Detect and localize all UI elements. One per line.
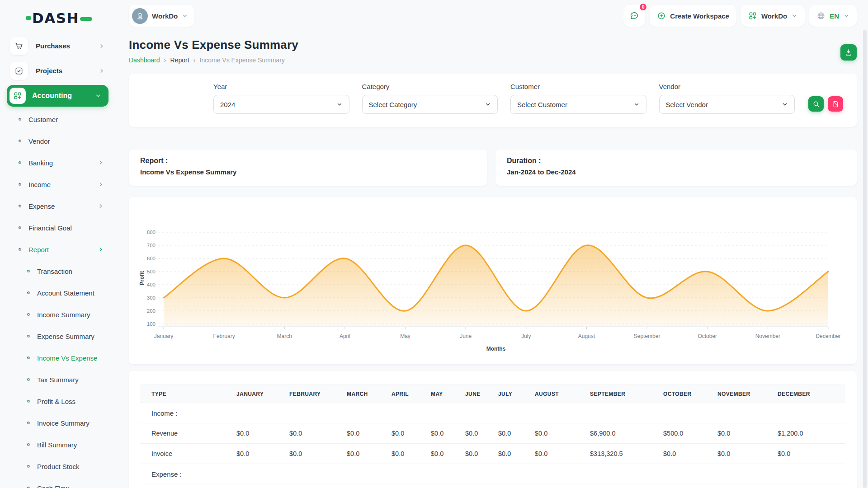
workspace-switcher[interactable]: WorkDo bbox=[129, 5, 194, 27]
chevron-right-icon bbox=[98, 160, 104, 166]
row-value: $6,900.0 bbox=[590, 423, 663, 444]
bullet-ring-icon bbox=[19, 118, 21, 121]
page-title: Income Vs Expense Summary bbox=[129, 38, 298, 52]
sidebar-item-product-stock[interactable]: Product Stock bbox=[0, 455, 118, 477]
language-selector[interactable]: EN bbox=[809, 5, 857, 27]
download-report-button[interactable] bbox=[840, 44, 857, 61]
row-value: $0.0 bbox=[465, 423, 498, 444]
reset-filter-button[interactable] bbox=[828, 96, 843, 112]
table-header-june: JUNE bbox=[465, 385, 498, 403]
search-icon bbox=[812, 100, 820, 108]
category-select[interactable]: Select Category bbox=[362, 95, 498, 114]
topbar: WorkDo 0 Create Workspace WorkDo EN bbox=[129, 0, 857, 28]
sidebar-item-accounting[interactable]: Accounting bbox=[7, 85, 108, 107]
svg-text:July: July bbox=[521, 333, 531, 339]
logo-bar bbox=[80, 17, 92, 21]
svg-text:September: September bbox=[634, 333, 660, 339]
table-header-december: DECEMBER bbox=[778, 385, 845, 403]
breadcrumb: Dashboard › Report › Income Vs Expense S… bbox=[129, 56, 298, 64]
sidebar-item-customer[interactable]: Customer bbox=[0, 108, 118, 130]
sidebar-item-invoice-summary[interactable]: Invoice Summary bbox=[0, 412, 118, 434]
sidebar-item-report[interactable]: Report bbox=[0, 239, 118, 260]
circle-plus-icon bbox=[657, 11, 666, 20]
bullet-ring-icon bbox=[19, 183, 21, 186]
table-section-label: Income : bbox=[140, 403, 236, 423]
year-select[interactable]: 2024 bbox=[213, 95, 349, 114]
category-label: Category bbox=[362, 83, 498, 90]
chevron-down-icon bbox=[95, 93, 101, 99]
bullet-ring-icon bbox=[27, 465, 30, 468]
chevron-right-icon: › bbox=[193, 56, 196, 64]
table-header-october: OCTOBER bbox=[663, 385, 717, 403]
breadcrumb-current: Income Vs Expense Summary bbox=[200, 56, 285, 64]
sidebar-item-income-summary[interactable]: Income Summary bbox=[0, 304, 118, 325]
sidebar: DASH Purchases Projects Accounting Custo… bbox=[0, 0, 118, 488]
table-header-january: JANUARY bbox=[236, 385, 289, 403]
row-value: $0.0 bbox=[289, 423, 347, 444]
bullet-ring-icon bbox=[19, 205, 21, 207]
app-menu-button[interactable]: WorkDo bbox=[741, 5, 805, 27]
sidebar-item-income-vs-expense[interactable]: Income Vs Expense bbox=[0, 347, 118, 369]
sidebar-item-label: Income Summary bbox=[37, 311, 90, 319]
table-header-type: TYPE bbox=[140, 385, 236, 403]
chevron-down-icon bbox=[182, 13, 188, 19]
vertical-scrollbar[interactable] bbox=[863, 30, 867, 488]
messages-button[interactable]: 0 bbox=[623, 5, 645, 27]
svg-text:May: May bbox=[400, 333, 410, 339]
sidebar-item-label: Accounting bbox=[32, 92, 72, 100]
chevron-down-icon bbox=[336, 101, 343, 108]
report-card-value: Income Vs Expense Summary bbox=[140, 168, 476, 176]
sidebar-item-expense[interactable]: Expense bbox=[0, 195, 118, 217]
bullet-ring-icon bbox=[27, 357, 30, 359]
table-header-may: MAY bbox=[431, 385, 465, 403]
sidebar-item-purchases[interactable]: Purchases bbox=[0, 33, 118, 58]
sidebar-item-profit-loss[interactable]: Profit & Loss bbox=[0, 390, 118, 412]
svg-text:500: 500 bbox=[147, 269, 156, 274]
table-header-september: SEPTEMBER bbox=[590, 385, 663, 403]
svg-text:February: February bbox=[213, 333, 235, 339]
row-type: Revenue bbox=[140, 423, 236, 444]
row-value: $313,320.5 bbox=[590, 444, 663, 464]
sidebar-item-transaction[interactable]: Transaction bbox=[0, 260, 118, 282]
sidebar-item-account-statement[interactable]: Account Statement bbox=[0, 282, 118, 304]
sidebar-item-label: Income bbox=[28, 181, 51, 188]
sidebar-item-tax-summary[interactable]: Tax Summary bbox=[0, 369, 118, 390]
bullet-ring-icon bbox=[19, 161, 21, 164]
breadcrumb-dashboard[interactable]: Dashboard bbox=[129, 56, 160, 64]
sidebar-item-label: Report bbox=[28, 246, 49, 253]
svg-text:800: 800 bbox=[147, 230, 156, 235]
apply-filter-button[interactable] bbox=[808, 96, 824, 112]
row-value: $0.0 bbox=[236, 444, 289, 464]
summary-cards: Report : Income Vs Expense Summary Durat… bbox=[129, 150, 857, 186]
app-logo[interactable]: DASH bbox=[26, 10, 118, 26]
sidebar-item-projects[interactable]: Projects bbox=[0, 58, 118, 83]
file-slash-icon bbox=[832, 100, 840, 108]
svg-text:Months: Months bbox=[486, 346, 506, 352]
chat-bubble-icon bbox=[629, 11, 639, 21]
customer-select[interactable]: Select Customer bbox=[510, 95, 646, 114]
sidebar-item-cash-flow[interactable]: Cash Flow bbox=[0, 477, 118, 488]
sidebar-item-financial-goal[interactable]: Financial Goal bbox=[0, 217, 118, 239]
table-header-february: FEBRUARY bbox=[289, 385, 347, 403]
logo-text: DASH bbox=[32, 10, 79, 26]
sidebar-item-income[interactable]: Income bbox=[0, 174, 118, 195]
table-header-august: AUGUST bbox=[535, 385, 590, 403]
table-header-november: NOVEMBER bbox=[717, 385, 778, 403]
create-workspace-button[interactable]: Create Workspace bbox=[650, 5, 736, 27]
table-header-march: MARCH bbox=[347, 385, 392, 403]
sidebar-item-vendor[interactable]: Vendor bbox=[0, 130, 118, 152]
bullet-ring-icon bbox=[27, 313, 30, 316]
row-value: $0.0 bbox=[535, 423, 590, 444]
sidebar-item-label: Projects bbox=[36, 67, 62, 75]
vendor-select[interactable]: Select Vendor bbox=[659, 95, 795, 114]
sidebar-item-banking[interactable]: Banking bbox=[0, 152, 118, 174]
sidebar-item-expense-summary[interactable]: Expense Summary bbox=[0, 325, 118, 347]
grid-plus-icon bbox=[9, 88, 26, 104]
sidebar-item-bill-summary[interactable]: Bill Summary bbox=[0, 434, 118, 455]
breadcrumb-report[interactable]: Report bbox=[170, 56, 189, 64]
duration-summary-card: Duration : Jan-2024 to Dec-2024 bbox=[495, 150, 857, 186]
svg-text:January: January bbox=[154, 333, 174, 339]
row-value: $500.0 bbox=[663, 423, 717, 444]
grid-plus-icon bbox=[748, 11, 757, 20]
table-header-april: APRIL bbox=[392, 385, 431, 403]
